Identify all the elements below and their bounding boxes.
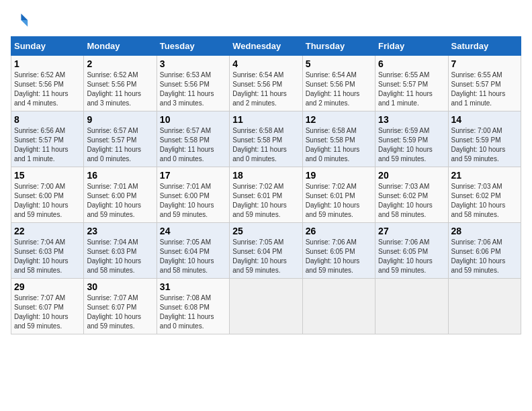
table-row: 7Sunrise: 6:55 AM Sunset: 5:57 PM Daylig… bbox=[448, 56, 521, 111]
table-row: 27Sunrise: 7:06 AM Sunset: 6:05 PM Dayli… bbox=[375, 223, 448, 279]
day-number: 10 bbox=[160, 114, 226, 125]
day-info: Sunrise: 7:05 AM Sunset: 6:04 PM Dayligh… bbox=[160, 238, 226, 275]
day-info: Sunrise: 7:00 AM Sunset: 5:59 PM Dayligh… bbox=[451, 126, 518, 164]
table-row: 6Sunrise: 6:55 AM Sunset: 5:57 PM Daylig… bbox=[375, 56, 448, 111]
svg-marker-1 bbox=[21, 20, 28, 27]
table-row: 25Sunrise: 7:05 AM Sunset: 6:04 PM Dayli… bbox=[230, 223, 302, 279]
table-row bbox=[375, 279, 448, 334]
logo bbox=[11, 11, 32, 30]
day-info: Sunrise: 6:55 AM Sunset: 5:57 PM Dayligh… bbox=[451, 71, 518, 108]
table-row: 20Sunrise: 7:03 AM Sunset: 6:02 PM Dayli… bbox=[375, 167, 448, 223]
table-row bbox=[448, 279, 521, 334]
table-row: 10Sunrise: 6:57 AM Sunset: 5:58 PM Dayli… bbox=[157, 111, 229, 167]
day-info: Sunrise: 6:52 AM Sunset: 5:56 PM Dayligh… bbox=[14, 71, 81, 108]
day-number: 27 bbox=[378, 226, 445, 236]
day-number: 1 bbox=[14, 58, 81, 69]
table-row: 31Sunrise: 7:08 AM Sunset: 6:08 PM Dayli… bbox=[157, 279, 229, 334]
day-info: Sunrise: 6:52 AM Sunset: 5:56 PM Dayligh… bbox=[87, 71, 153, 108]
table-row: 22Sunrise: 7:04 AM Sunset: 6:03 PM Dayli… bbox=[11, 223, 84, 279]
day-number: 11 bbox=[232, 114, 299, 125]
day-number: 18 bbox=[232, 170, 299, 181]
table-row: 24Sunrise: 7:05 AM Sunset: 6:04 PM Dayli… bbox=[157, 223, 229, 279]
day-number: 7 bbox=[451, 58, 518, 69]
day-number: 20 bbox=[378, 170, 445, 181]
table-row: 9Sunrise: 6:57 AM Sunset: 5:57 PM Daylig… bbox=[84, 111, 157, 167]
table-row: 17Sunrise: 7:01 AM Sunset: 6:00 PM Dayli… bbox=[157, 167, 229, 223]
table-row: 21Sunrise: 7:03 AM Sunset: 6:02 PM Dayli… bbox=[448, 167, 521, 223]
day-number: 25 bbox=[232, 226, 299, 236]
calendar-table: Sunday Monday Tuesday Wednesday Thursday… bbox=[11, 36, 521, 334]
table-row: 3Sunrise: 6:53 AM Sunset: 5:56 PM Daylig… bbox=[157, 56, 229, 111]
day-info: Sunrise: 6:58 AM Sunset: 5:58 PM Dayligh… bbox=[232, 126, 299, 164]
col-sunday: Sunday bbox=[11, 37, 84, 56]
day-info: Sunrise: 7:02 AM Sunset: 6:01 PM Dayligh… bbox=[306, 182, 372, 220]
day-info: Sunrise: 7:06 AM Sunset: 6:05 PM Dayligh… bbox=[378, 238, 445, 275]
day-number: 9 bbox=[87, 114, 153, 125]
day-number: 14 bbox=[451, 114, 518, 125]
page-header bbox=[11, 11, 521, 30]
day-number: 8 bbox=[14, 114, 81, 125]
table-row: 19Sunrise: 7:02 AM Sunset: 6:01 PM Dayli… bbox=[302, 167, 375, 223]
day-number: 21 bbox=[451, 170, 518, 181]
day-number: 22 bbox=[14, 226, 81, 236]
table-row: 23Sunrise: 7:04 AM Sunset: 6:03 PM Dayli… bbox=[84, 223, 157, 279]
day-info: Sunrise: 7:06 AM Sunset: 6:05 PM Dayligh… bbox=[306, 238, 372, 275]
day-info: Sunrise: 7:08 AM Sunset: 6:08 PM Dayligh… bbox=[160, 293, 226, 331]
day-number: 29 bbox=[14, 281, 81, 292]
table-row: 2Sunrise: 6:52 AM Sunset: 5:56 PM Daylig… bbox=[84, 56, 157, 111]
day-info: Sunrise: 7:07 AM Sunset: 6:07 PM Dayligh… bbox=[87, 293, 153, 331]
table-row bbox=[302, 279, 375, 334]
day-number: 31 bbox=[160, 281, 226, 292]
calendar-row: 1Sunrise: 6:52 AM Sunset: 5:56 PM Daylig… bbox=[11, 56, 521, 111]
day-number: 26 bbox=[306, 226, 372, 236]
day-number: 15 bbox=[14, 170, 81, 181]
table-row: 12Sunrise: 6:58 AM Sunset: 5:58 PM Dayli… bbox=[302, 111, 375, 167]
day-info: Sunrise: 7:01 AM Sunset: 6:00 PM Dayligh… bbox=[87, 182, 153, 220]
day-info: Sunrise: 6:58 AM Sunset: 5:58 PM Dayligh… bbox=[306, 126, 372, 164]
day-number: 24 bbox=[160, 226, 226, 236]
col-friday: Friday bbox=[375, 37, 448, 56]
day-info: Sunrise: 6:57 AM Sunset: 5:57 PM Dayligh… bbox=[87, 126, 153, 164]
day-info: Sunrise: 7:05 AM Sunset: 6:04 PM Dayligh… bbox=[232, 238, 299, 275]
day-number: 17 bbox=[160, 170, 226, 181]
table-row bbox=[230, 279, 302, 334]
table-row: 16Sunrise: 7:01 AM Sunset: 6:00 PM Dayli… bbox=[84, 167, 157, 223]
day-info: Sunrise: 7:01 AM Sunset: 6:00 PM Dayligh… bbox=[160, 182, 226, 220]
day-number: 16 bbox=[87, 170, 153, 181]
day-info: Sunrise: 7:06 AM Sunset: 6:06 PM Dayligh… bbox=[451, 238, 518, 275]
table-row: 30Sunrise: 7:07 AM Sunset: 6:07 PM Dayli… bbox=[84, 279, 157, 334]
table-row: 8Sunrise: 6:56 AM Sunset: 5:57 PM Daylig… bbox=[11, 111, 84, 167]
table-row: 28Sunrise: 7:06 AM Sunset: 6:06 PM Dayli… bbox=[448, 223, 521, 279]
day-info: Sunrise: 6:55 AM Sunset: 5:57 PM Dayligh… bbox=[378, 71, 445, 108]
day-number: 23 bbox=[87, 226, 153, 236]
day-number: 3 bbox=[160, 58, 226, 69]
table-row: 18Sunrise: 7:02 AM Sunset: 6:01 PM Dayli… bbox=[230, 167, 302, 223]
day-info: Sunrise: 6:59 AM Sunset: 5:59 PM Dayligh… bbox=[378, 126, 445, 164]
day-number: 12 bbox=[306, 114, 372, 125]
table-row: 14Sunrise: 7:00 AM Sunset: 5:59 PM Dayli… bbox=[448, 111, 521, 167]
day-number: 6 bbox=[378, 58, 445, 69]
calendar-row: 29Sunrise: 7:07 AM Sunset: 6:07 PM Dayli… bbox=[11, 279, 521, 334]
calendar-row: 22Sunrise: 7:04 AM Sunset: 6:03 PM Dayli… bbox=[11, 223, 521, 279]
day-number: 2 bbox=[87, 58, 153, 69]
day-number: 5 bbox=[306, 58, 372, 69]
col-saturday: Saturday bbox=[448, 37, 521, 56]
table-row: 1Sunrise: 6:52 AM Sunset: 5:56 PM Daylig… bbox=[11, 56, 84, 111]
calendar-row: 8Sunrise: 6:56 AM Sunset: 5:57 PM Daylig… bbox=[11, 111, 521, 167]
day-info: Sunrise: 6:54 AM Sunset: 5:56 PM Dayligh… bbox=[306, 71, 372, 108]
col-monday: Monday bbox=[84, 37, 157, 56]
logo-icon bbox=[11, 11, 30, 30]
day-number: 28 bbox=[451, 226, 518, 236]
day-info: Sunrise: 7:03 AM Sunset: 6:02 PM Dayligh… bbox=[451, 182, 518, 220]
col-thursday: Thursday bbox=[302, 37, 375, 56]
day-number: 30 bbox=[87, 281, 153, 292]
day-number: 4 bbox=[232, 58, 299, 69]
day-number: 13 bbox=[378, 114, 445, 125]
table-row: 11Sunrise: 6:58 AM Sunset: 5:58 PM Dayli… bbox=[230, 111, 302, 167]
table-row: 5Sunrise: 6:54 AM Sunset: 5:56 PM Daylig… bbox=[302, 56, 375, 111]
col-wednesday: Wednesday bbox=[230, 37, 302, 56]
table-row: 13Sunrise: 6:59 AM Sunset: 5:59 PM Dayli… bbox=[375, 111, 448, 167]
day-info: Sunrise: 7:03 AM Sunset: 6:02 PM Dayligh… bbox=[378, 182, 445, 220]
day-info: Sunrise: 7:00 AM Sunset: 6:00 PM Dayligh… bbox=[14, 182, 81, 220]
svg-marker-0 bbox=[21, 13, 28, 20]
